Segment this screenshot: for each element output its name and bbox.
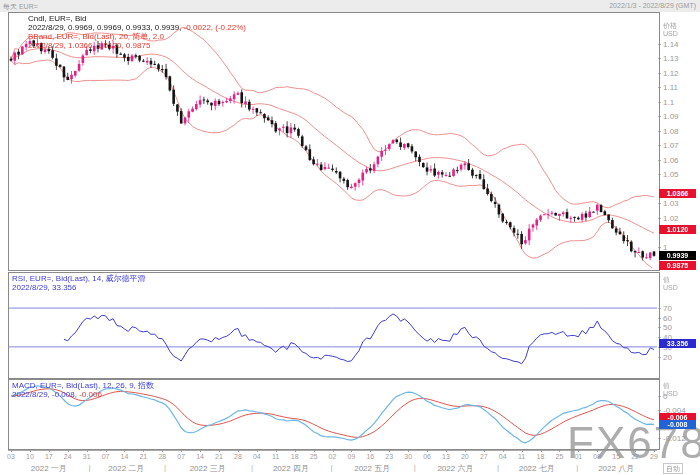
time-axis-tickmark [427,450,428,452]
rsi-values-line: 2022/8/29, 33.356 [12,283,146,292]
macd-legend-line: MACD, EUR=, Bid(Last), 12, 26, 9, 指数 [12,381,154,390]
price-pane-legend: Cndl, EUR=, Bid 2022/8/29, 0.9969, 0.996… [28,14,246,50]
time-axis-tickmark [276,450,277,452]
time-axis-day-tick: 20 [461,453,469,460]
time-axis-tickmark [124,450,125,452]
upper-band-price-label: 1.0366 [659,189,696,198]
time-axis-month-label: 2022 一月 [31,463,67,474]
macd-value: 2022/8/29, -0.008, [12,390,79,399]
top-strip [0,0,700,12]
macd-axis-title: 值USD [663,382,678,398]
time-axis-tickmark [181,450,182,452]
time-axis-tickmark [143,450,144,452]
time-axis-day-tick: 18 [537,453,545,460]
time-axis-day-tick: 23 [385,453,393,460]
bband-values-line: 2022/8/29, 1.0366, 1.0120, 0.9875 [28,41,246,50]
time-axis-day-tick: 04 [499,453,507,460]
time-axis-tickmark [370,450,371,452]
time-axis-day-tick: 14 [121,453,129,460]
time-axis-tickmark [559,450,560,452]
time-axis-month-separator: | [164,463,166,472]
time-axis-tickmark [503,450,504,452]
time-axis-month-separator: | [414,463,416,472]
candle-values-line: 2022/8/29, 0.9969, 0.9969, 0.9933, 0.993… [28,23,246,32]
time-axis-day-tick: 03 [7,453,15,460]
time-axis-tickmark [68,450,69,452]
time-axis-day-tick: 21 [139,453,147,460]
time-axis-tickmark [87,450,88,452]
time-axis-month-label: 2022 二月 [108,463,144,474]
time-axis-day-tick: 24 [64,453,72,460]
chart-application: 每天 EUR= 2022/1/3 - 2022/8/29 (GMT) Cndl,… [0,0,700,475]
macd-values-line: 2022/8/29, -0.008, -0.006 [12,390,154,399]
time-axis-day-tick: 21 [215,453,223,460]
macd-value-label: -0.008 [659,420,696,429]
rsi-axis-title: 值USD [663,276,678,292]
time-axis-tickmark [219,450,220,452]
time-axis-day-tick: 02 [329,453,337,460]
time-axis-day-tick: 07 [177,453,185,460]
time-axis-tickmark [314,450,315,452]
macd-pane-legend: MACD, EUR=, Bid(Last), 12, 26, 9, 指数 202… [12,381,154,399]
time-axis-day-tick: 07 [102,453,110,460]
rsi-legend-line: RSI, EUR=, Bid(Last), 14, 威尔德平滑 [12,274,146,283]
time-axis-day-tick: 17 [45,453,53,460]
rsi-value-label: 33.356 [659,339,696,348]
time-axis-day-tick: 13 [442,453,450,460]
lower-band-price-label: 0.9875 [659,261,696,270]
time-axis-month-label: 2022 七月 [519,463,555,474]
time-axis-day-tick: 30 [404,453,412,460]
time-axis-tickmark [11,450,12,452]
time-axis-tickmark [30,450,31,452]
time-axis-day-tick: 28 [234,453,242,460]
time-axis-day-tick: 06 [423,453,431,460]
date-range-label: 2022/1/3 - 2022/8/29 (GMT) [609,2,696,9]
price-axis-title: 价格USD [663,22,678,38]
time-axis-tickmark [408,450,409,452]
time-axis-day-tick: 28 [158,453,166,460]
time-axis-tickmark [106,450,107,452]
time-axis-tickmark [257,450,258,452]
time-axis-day-tick: 16 [366,453,374,460]
time-axis-day-tick: 10 [26,453,34,460]
time-axis-day-tick: 25 [556,453,564,460]
signal-value: -0.006 [79,390,102,399]
time-axis-tickmark [389,450,390,452]
time-axis-month-separator: | [88,463,90,472]
time-axis-day-tick: 09 [348,453,356,460]
time-axis-month-label: 2022 三月 [190,463,226,474]
time-axis-month-separator: | [331,463,333,472]
ohlc-values: 2022/8/29, 0.9969, 0.9969, 0.9933, 0.993… [28,23,184,32]
bband-legend-line: BBand, EUR=, Bid(Last), 20, 简单, 2.0 [28,32,246,41]
last-price-label: 0.9939 [659,251,696,260]
time-axis-tickmark [446,450,447,452]
time-axis-month-label: 2022 四月 [273,463,309,474]
interval-symbol-label: 每天 EUR= [3,2,38,12]
time-axis-tickmark [295,450,296,452]
time-axis-tickmark [522,450,523,452]
time-axis-month-label: 2022 六月 [437,463,473,474]
time-axis-day-tick: 04 [253,453,261,460]
time-axis-day-tick: 31 [83,453,91,460]
time-axis-day-tick: 18 [291,453,299,460]
time-axis-day-tick: 14 [196,453,204,460]
middle-band-price-label: 1.0120 [659,225,696,234]
time-axis-tickmark [484,450,485,452]
time-axis-tickmark [333,450,334,452]
rsi-pane-legend: RSI, EUR=, Bid(Last), 14, 威尔德平滑 2022/8/2… [12,274,146,292]
time-axis-tickmark [351,450,352,452]
time-axis-day-tick: 11 [518,453,525,460]
time-axis-tickmark [541,450,542,452]
rsi-axis[interactable]: 值USD [658,272,700,377]
time-axis-day-tick: 27 [480,453,488,460]
candle-legend-line: Cndl, EUR=, Bid [28,14,246,23]
change-values: -0.0022, (-0.22%) [184,23,246,32]
price-pane-border [8,12,660,271]
time-axis-day-tick: 11 [272,453,279,460]
time-axis-tickmark [162,450,163,452]
time-axis-tickmark [238,450,239,452]
time-axis-tickmark [200,450,201,452]
time-axis-tickmark [465,450,466,452]
time-axis-day-tick: 25 [310,453,318,460]
time-axis-tickmark [49,450,50,452]
